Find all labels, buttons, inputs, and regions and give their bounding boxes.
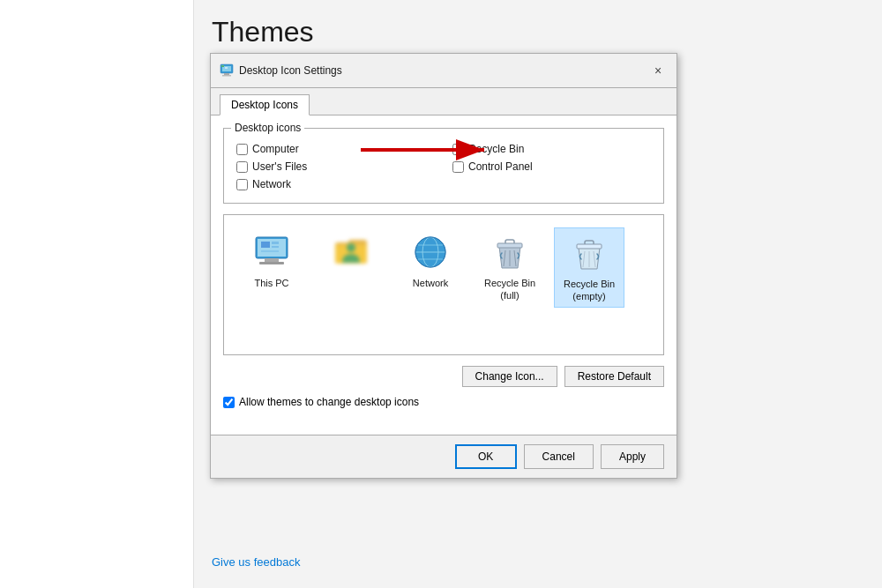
recycle-empty-icon — [568, 232, 610, 274]
svg-rect-13 — [259, 262, 284, 264]
checkbox-recycle-bin-label: Recycle Bin — [468, 143, 524, 155]
this-pc-icon — [250, 231, 293, 273]
dialog-close-button[interactable]: × — [648, 61, 668, 80]
checkbox-user-files-label: User's Files — [252, 160, 307, 173]
svg-rect-17 — [261, 250, 279, 252]
checkbox-network-label: Network — [252, 178, 291, 190]
desktop-icons-section: Desktop icons Computer Recycle Bin User'… — [223, 128, 664, 204]
section-legend: Desktop icons — [231, 122, 304, 134]
allow-themes-row: Allow themes to change desktop icons — [223, 396, 664, 408]
checkbox-recycle-bin[interactable]: Recycle Bin — [452, 143, 651, 155]
checkbox-control-panel[interactable]: Control Panel — [452, 160, 651, 173]
svg-point-18 — [347, 243, 355, 252]
svg-rect-25 — [497, 243, 522, 248]
icon-item-this-pc[interactable]: This PC — [236, 227, 307, 293]
ok-button[interactable]: OK — [455, 444, 517, 469]
user-files-icon — [330, 231, 372, 273]
checkbox-control-panel-input[interactable] — [452, 161, 464, 173]
dialog-title-text: Desktop Icon Settings — [239, 64, 342, 77]
icon-label-this-pc: This PC — [254, 277, 288, 289]
allow-themes-label: Allow themes to change desktop icons — [239, 396, 419, 408]
sidebar-strip — [0, 0, 194, 588]
dialog-title-icon — [220, 63, 234, 78]
checkbox-computer[interactable]: Computer — [236, 143, 435, 155]
icon-list: This PC — [236, 227, 651, 308]
icon-label-recycle-full: Recycle Bin (full) — [478, 277, 542, 302]
checkbox-recycle-bin-input[interactable] — [452, 144, 464, 155]
icon-preview-section: This PC — [223, 214, 664, 355]
svg-rect-14 — [261, 242, 270, 248]
checkbox-user-files-input[interactable] — [236, 161, 248, 173]
restore-default-button[interactable]: Restore Default — [564, 366, 664, 387]
dialog-titlebar: Desktop Icon Settings × — [211, 54, 676, 88]
svg-rect-4 — [225, 67, 228, 69]
checkbox-computer-label: Computer — [252, 143, 299, 155]
desktop-icon-settings-dialog: Desktop Icon Settings × Desktop Icons De… — [210, 53, 677, 479]
svg-rect-3 — [222, 75, 231, 77]
recycle-full-icon — [489, 231, 531, 273]
apply-button[interactable]: Apply — [601, 444, 664, 469]
icon-item-user-files[interactable] — [316, 227, 386, 280]
dialog-titlebar-left: Desktop Icon Settings — [220, 63, 342, 78]
svg-rect-2 — [224, 73, 229, 75]
allow-themes-checkbox[interactable] — [223, 397, 235, 408]
dialog-bottom-buttons: OK Cancel Apply — [211, 435, 676, 478]
checkbox-network[interactable]: Network — [236, 178, 435, 190]
change-icon-button[interactable]: Change Icon... — [462, 366, 557, 387]
icon-label-recycle-empty: Recycle Bin (empty) — [558, 278, 620, 303]
checkbox-network-input[interactable] — [236, 179, 248, 190]
icon-item-network[interactable]: Network — [395, 227, 466, 293]
checkbox-user-files[interactable]: User's Files — [236, 160, 435, 173]
page-title: Themes — [212, 16, 314, 48]
checkbox-grid: Computer Recycle Bin User's Files Contro… — [236, 143, 651, 190]
icon-action-buttons: Change Icon... Restore Default — [223, 366, 664, 387]
checkbox-computer-input[interactable] — [236, 144, 248, 155]
icon-item-recycle-empty[interactable]: Recycle Bin (empty) — [554, 227, 624, 308]
svg-rect-15 — [272, 242, 279, 244]
dialog-tabs: Desktop Icons — [211, 88, 676, 115]
svg-rect-12 — [265, 258, 279, 262]
cancel-button[interactable]: Cancel — [524, 444, 594, 469]
icon-label-network: Network — [413, 277, 448, 289]
checkbox-control-panel-label: Control Panel — [468, 160, 533, 173]
svg-rect-6 — [221, 65, 224, 66]
icon-item-recycle-full[interactable]: Recycle Bin (full) — [475, 227, 545, 306]
tab-desktop-icons[interactable]: Desktop Icons — [220, 94, 310, 115]
network-icon — [409, 231, 452, 273]
svg-rect-29 — [577, 244, 602, 249]
feedback-link[interactable]: Give us feedback — [212, 555, 300, 569]
svg-rect-16 — [272, 246, 279, 248]
dialog-body: Desktop icons Computer Recycle Bin User'… — [211, 115, 676, 435]
